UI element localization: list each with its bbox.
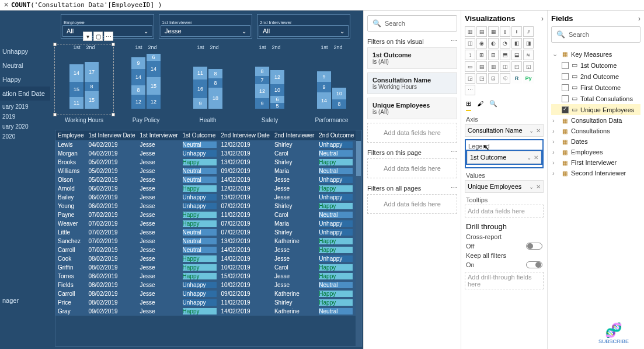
- viz-type-icon[interactable]: ⊞: [476, 50, 487, 60]
- viz-type-icon[interactable]: ⊡: [488, 73, 499, 84]
- keep-filters-toggle[interactable]: [526, 261, 542, 268]
- nav-mood[interactable]: Neutral: [0, 58, 50, 72]
- nav-mood[interactable]: Unhappy: [0, 44, 50, 58]
- table-row[interactable]: Weaver07/02/2019Jesse Happy 07/02/2019Ma…: [55, 219, 356, 228]
- table-row[interactable]: Cook08/02/2019Jesse Happy 14/02/2019Jess…: [55, 254, 356, 263]
- field-node[interactable]: ▭ Unique Employees: [551, 104, 640, 115]
- viz-type-icon[interactable]: R: [511, 73, 522, 84]
- bar-stack[interactable]: 8818: [208, 50, 222, 109]
- viz-type-icon[interactable]: ⬓: [511, 50, 522, 60]
- more-icon[interactable]: ⋯: [451, 184, 457, 192]
- viz-type-icon[interactable]: ⋯: [465, 85, 475, 95]
- viz-type-icon[interactable]: ◫: [465, 38, 475, 49]
- filter-card[interactable]: Unique Employees is (All): [367, 98, 457, 119]
- more-icon[interactable]: ⋯: [451, 37, 457, 45]
- values-well[interactable]: Unique Employees⌄✕: [465, 180, 544, 193]
- viz-type-icon[interactable]: ▦: [488, 26, 499, 37]
- table-row[interactable]: Little07/02/2019Jesse Neutral 07/02/2019…: [55, 228, 356, 237]
- col-header[interactable]: 2nd Interviewer: [272, 130, 316, 140]
- field-checkbox[interactable]: [562, 106, 569, 113]
- table-row[interactable]: Morgan04/02/2019Jesse Unhappy 13/02/2019…: [55, 149, 356, 158]
- table-row[interactable]: Price08/02/2019Jesse Unhappy 11/02/2019S…: [55, 298, 356, 307]
- viz-gallery[interactable]: ▥▤▦⫿⫾⫽◫◉◐◔◧◨⟟⊞⊟⬒⬓≋▭▤▥◫◰◱◲◳⊡⦾RPy⋯: [465, 26, 544, 95]
- table-row[interactable]: Gray09/02/2019Jesse Happy 14/02/2019Kath…: [55, 307, 356, 316]
- remove-icon[interactable]: ✕: [534, 154, 538, 161]
- scroll-thumb[interactable]: [356, 141, 361, 176]
- filters-search[interactable]: 🔍 Search: [367, 15, 457, 32]
- filter-icon[interactable]: ▾: [83, 32, 92, 41]
- col-header[interactable]: Employee: [55, 130, 86, 140]
- nav-date[interactable]: uary 2020: [0, 122, 50, 132]
- table-node[interactable]: › ▦ Consultation Data: [551, 115, 640, 126]
- slicer[interactable]: 2nd Interviewer All⌄: [257, 14, 350, 39]
- fields-search[interactable]: 🔍 Search: [551, 26, 640, 43]
- nav-date[interactable]: uary 2019: [0, 102, 50, 112]
- table-row[interactable]: Griffin08/02/2019Jesse Happy 10/02/2019C…: [55, 263, 356, 272]
- chart[interactable]: 1st2nd 87129121065 Safety: [241, 44, 299, 123]
- viz-type-icon[interactable]: ◉: [476, 38, 487, 49]
- remove-icon[interactable]: ✕: [536, 184, 541, 190]
- viz-type-icon[interactable]: ≋: [523, 50, 534, 60]
- data-table[interactable]: Employee1st Interview Date1st Interviewe…: [55, 130, 362, 347]
- table-row[interactable]: Bailey06/02/2019Jesse Unhappy 13/02/2019…: [55, 193, 356, 202]
- legend-well[interactable]: 1st Outcome⌄✕: [467, 151, 541, 164]
- bar-stack[interactable]: 17815: [85, 50, 99, 109]
- date-header[interactable]: ation End Date: [0, 87, 50, 101]
- viz-type-icon[interactable]: ◔: [500, 38, 510, 49]
- viz-type-icon[interactable]: ⬒: [500, 50, 510, 60]
- field-node[interactable]: ▭ Total Consulations: [551, 93, 640, 104]
- table-row[interactable]: Brooks05/02/2019Jesse Happy 13/02/2019Sh…: [55, 158, 356, 167]
- viz-type-icon[interactable]: ▭: [465, 61, 475, 72]
- report-canvas[interactable]: Employee All⌄ 1st Interviewer Jesse⌄ 2nd…: [0, 11, 363, 349]
- viz-type-icon[interactable]: Py: [523, 73, 534, 84]
- col-header[interactable]: 2nd Interview Date: [219, 130, 272, 140]
- fields-tab-icon[interactable]: ⊞: [466, 100, 471, 111]
- cross-report-toggle[interactable]: [526, 243, 542, 250]
- drill-fields-well[interactable]: Add drill-through fields here: [465, 272, 544, 289]
- filter-card[interactable]: 1st Outcome is (All): [367, 47, 457, 69]
- field-checkbox[interactable]: [562, 62, 569, 69]
- viz-type-icon[interactable]: ⊟: [488, 50, 499, 60]
- col-header[interactable]: 1st Interviewer: [138, 130, 180, 140]
- bar-stack[interactable]: 108: [332, 50, 346, 109]
- bar-stack[interactable]: 6141512: [147, 50, 161, 109]
- viz-type-icon[interactable]: ◐: [488, 38, 499, 49]
- viz-type-icon[interactable]: ▥: [465, 26, 475, 37]
- nav-mood[interactable]: Happy: [0, 72, 50, 87]
- chevron-down-icon[interactable]: ⌄: [527, 154, 531, 161]
- table-node[interactable]: › ▦ Employees: [551, 147, 640, 157]
- format-tab-icon[interactable]: 🖌: [477, 100, 483, 111]
- slicer-dropdown[interactable]: Jesse⌄: [161, 25, 250, 37]
- bar-stack[interactable]: 914812: [131, 50, 145, 109]
- bar-stack[interactable]: 87129: [255, 50, 269, 109]
- axis-well[interactable]: Consultation Name⌄✕: [465, 124, 544, 137]
- slicer-dropdown[interactable]: All⌄: [259, 25, 349, 37]
- bar-stack[interactable]: 9914: [317, 50, 331, 109]
- collapse-icon[interactable]: ›: [541, 14, 544, 23]
- viz-type-icon[interactable]: ⫾: [511, 26, 522, 37]
- table-row[interactable]: Carroll07/02/2019Jesse Neutral 14/02/201…: [55, 246, 356, 254]
- viz-type-icon[interactable]: ⫽: [523, 26, 534, 37]
- focus-icon[interactable]: ▢: [93, 32, 103, 41]
- filter-card[interactable]: Consultation Name is Working Hours: [367, 72, 457, 94]
- field-checkbox[interactable]: [562, 73, 569, 80]
- chevron-down-icon[interactable]: ⌄: [529, 184, 534, 190]
- table-row[interactable]: Sanchez07/02/2019Jesse Neutral 13/02/201…: [55, 237, 356, 246]
- viz-type-icon[interactable]: ◳: [476, 73, 487, 84]
- table-node[interactable]: › ▦ Dates: [551, 136, 640, 147]
- add-all-filter[interactable]: Add data fields here: [367, 194, 457, 214]
- more-icon[interactable]: ⋯: [104, 32, 113, 41]
- viz-type-icon[interactable]: ◱: [523, 61, 534, 72]
- col-header[interactable]: 2nd Outcome: [316, 130, 356, 140]
- collapse-icon[interactable]: ›: [638, 14, 640, 23]
- table-node[interactable]: ⌄ ▦ Key Measures: [551, 49, 640, 60]
- table-row[interactable]: Carroll08/02/2019Jesse Unhappy 09/02/201…: [55, 289, 356, 298]
- field-node[interactable]: ▭ 2nd Outcome: [551, 71, 640, 82]
- table-row[interactable]: Arnold06/02/2019Jesse Happy 12/02/2019Je…: [55, 184, 356, 193]
- table-row[interactable]: Olson05/02/2019Jesse Neutral 14/02/2019J…: [55, 175, 356, 184]
- nav-manager[interactable]: nager: [0, 293, 50, 307]
- chart[interactable]: ▾ ▢ ⋯ 1st2nd 14151117815 Working Hours: [55, 44, 113, 123]
- field-checkbox[interactable]: [562, 95, 569, 102]
- viz-type-icon[interactable]: ▥: [488, 61, 499, 72]
- tooltips-well[interactable]: Add data fields here: [465, 205, 544, 217]
